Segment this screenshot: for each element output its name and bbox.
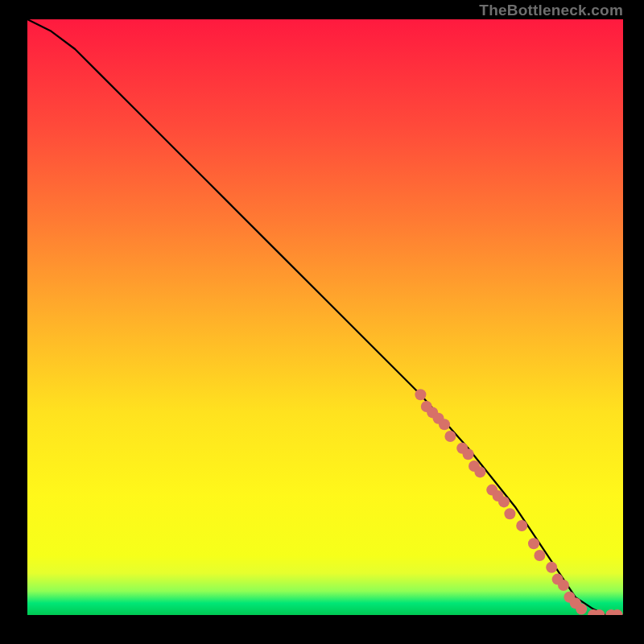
data-point	[576, 604, 587, 615]
data-point	[439, 419, 450, 430]
data-point	[534, 550, 545, 561]
data-point	[558, 580, 569, 591]
data-point	[415, 389, 426, 400]
watermark-text: TheBottleneck.com	[479, 2, 623, 19]
data-point	[498, 496, 510, 507]
data-point	[474, 466, 485, 477]
chart-svg	[27, 19, 623, 615]
curve-line	[27, 19, 623, 615]
plot-area	[27, 19, 623, 615]
data-point	[528, 538, 539, 549]
marker-group	[415, 389, 622, 615]
chart-frame: TheBottleneck.com	[0, 0, 644, 644]
data-point	[463, 448, 474, 460]
data-point	[444, 431, 456, 442]
data-point	[546, 562, 557, 573]
data-point	[504, 508, 515, 519]
data-point	[516, 520, 527, 531]
